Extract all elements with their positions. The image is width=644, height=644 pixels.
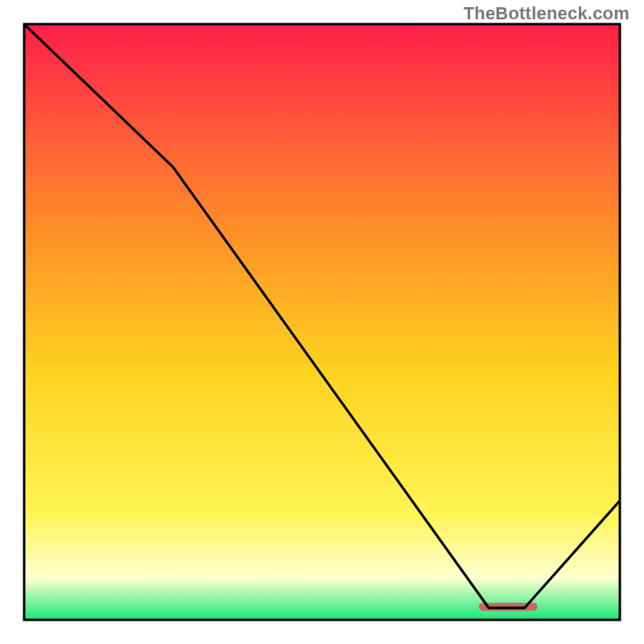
chart-svg (0, 0, 644, 644)
watermark-text: TheBottleneck.com (464, 3, 630, 24)
gradient-background (24, 24, 620, 620)
chart-container: TheBottleneck.com (0, 0, 644, 644)
